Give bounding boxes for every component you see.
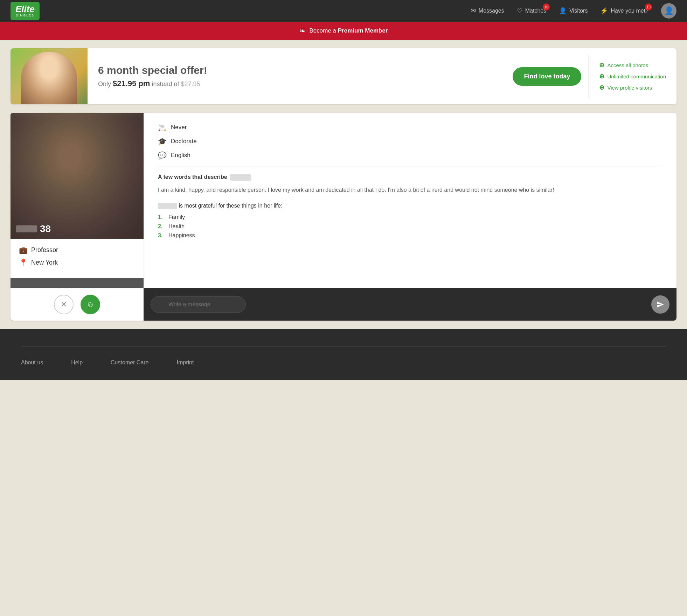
list-num-2: 2.	[158, 223, 165, 230]
offer-cta-button[interactable]: Find love today	[513, 67, 581, 86]
location-icon: 📍	[19, 258, 28, 267]
have-you-met-icon: ⚡	[600, 7, 608, 15]
profile-left: 38 💼 Professor 📍 New York	[11, 113, 144, 288]
send-button[interactable]	[651, 295, 669, 314]
offer-price-value: $21.95 pm	[113, 79, 150, 88]
footer-about-us[interactable]: About us	[21, 359, 43, 366]
navigation: ✉ Messages 10 ♡ Matches 👤 Visitors 19 ⚡ …	[471, 3, 676, 19]
grateful-title: is most grateful for these things in her…	[158, 203, 662, 209]
plus-icon-1: ⊕	[599, 61, 604, 69]
have-you-met-label: Have you met?	[611, 8, 648, 14]
header: Elite SINGLES ✉ Messages 10 ♡ Matches 👤 …	[0, 0, 687, 22]
profile-card-body: 38 💼 Professor 📍 New York �	[11, 113, 676, 288]
action-left: ✕ ☺	[11, 288, 144, 321]
grateful-item-1: 1. Family	[158, 214, 662, 220]
footer: About us Help Customer Care Imprint	[0, 329, 687, 380]
offer-title: 6 month special offer!	[98, 64, 495, 76]
profile-age-overlay: 38	[16, 223, 51, 234]
offer-price: Only $21.95 pm instead of $27.95	[98, 79, 495, 88]
messages-icon: ✉	[471, 7, 476, 15]
plus-icon-2: ⊕	[599, 72, 604, 80]
profile-education: 🎓 Doctorate	[158, 137, 662, 146]
language-icon: 💬	[158, 151, 167, 160]
premium-bold-text: Premium Member	[338, 27, 388, 34]
offer-feature-3: ⊕ View profile visitors	[599, 84, 666, 91]
nav-messages[interactable]: ✉ Messages	[471, 7, 504, 15]
message-wrapper: ☺	[151, 296, 647, 313]
premium-banner[interactable]: ❧ Become a Premium Member	[0, 22, 687, 40]
profile-location: 📍 New York	[19, 258, 135, 267]
offer-person-image	[21, 52, 77, 104]
nav-matches[interactable]: 10 ♡ Matches	[517, 7, 546, 15]
offer-features: ⊕ Access all photos ⊕ Unlimited communic…	[588, 54, 676, 98]
plus-icon-3: ⊕	[599, 84, 604, 91]
profile-photo: 38	[11, 113, 144, 239]
nav-visitors[interactable]: 👤 Visitors	[559, 7, 588, 15]
education-icon: 🎓	[158, 137, 167, 146]
message-input[interactable]	[151, 296, 246, 313]
matches-badge: 10	[543, 4, 550, 10]
matches-icon: ♡	[517, 7, 522, 15]
profile-occupation: 💼 Professor	[19, 246, 135, 254]
list-num-1: 1.	[158, 214, 165, 220]
nav-have-you-met[interactable]: 19 ⚡ Have you met?	[600, 7, 648, 15]
premium-text: Become a Premium Member	[310, 27, 388, 34]
offer-text: 6 month special offer! Only $21.95 pm in…	[88, 57, 506, 95]
visitors-label: Visitors	[569, 8, 588, 14]
have-you-met-badge: 19	[645, 4, 652, 10]
grateful-list: 1. Family 2. Health 3. Happiness	[158, 214, 662, 239]
profile-card: 38 💼 Professor 📍 New York �	[11, 113, 676, 321]
visitors-icon: 👤	[559, 7, 567, 15]
offer-old-price: $27.95	[181, 80, 200, 88]
main-content: 6 month special offer! Only $21.95 pm in…	[0, 40, 687, 329]
send-icon	[657, 301, 664, 308]
profile-info: 💼 Professor 📍 New York	[11, 239, 144, 278]
messages-label: Messages	[479, 8, 504, 14]
offer-banner: 6 month special offer! Only $21.95 pm in…	[11, 48, 676, 104]
photo-blur	[11, 113, 144, 239]
action-bar: ✕ ☺ ☺	[11, 288, 676, 321]
profile-language: 💬 English	[158, 151, 662, 160]
smoking-icon: 🚬	[158, 123, 167, 132]
offer-feature-2: ⊕ Unlimited communication	[599, 72, 666, 80]
dislike-button[interactable]: ✕	[54, 295, 74, 314]
footer-imprint[interactable]: Imprint	[177, 359, 194, 366]
footer-customer-care[interactable]: Customer Care	[111, 359, 148, 366]
profile-bio: I am a kind, happy, and responsible pers…	[158, 186, 662, 195]
grateful-item-2: 2. Health	[158, 223, 662, 230]
footer-help[interactable]: Help	[71, 359, 83, 366]
grateful-item-3: 3. Happiness	[158, 232, 662, 239]
profile-age: 38	[40, 223, 51, 234]
footer-links: About us Help Customer Care Imprint	[21, 359, 666, 366]
list-num-3: 3.	[158, 232, 165, 239]
profile-smoking: 🚬 Never	[158, 123, 662, 132]
offer-feature-1: ⊕ Access all photos	[599, 61, 666, 69]
describe-title: A few words that describe	[158, 174, 662, 181]
premium-flower-icon: ❧	[299, 27, 305, 35]
offer-image	[11, 48, 88, 104]
action-right: ☺	[144, 290, 676, 319]
divider-1	[158, 167, 662, 167]
name-blur-grateful	[158, 203, 177, 209]
like-button[interactable]: ☺	[81, 295, 100, 314]
briefcase-icon: 💼	[19, 246, 28, 254]
logo-sub: SINGLES	[16, 14, 34, 17]
name-blur-small	[16, 225, 37, 232]
profile-right: 🚬 Never 🎓 Doctorate 💬 English A few word…	[144, 113, 676, 288]
name-blur-describe	[230, 174, 251, 181]
logo-text: Elite	[15, 5, 35, 14]
footer-divider	[21, 346, 666, 347]
avatar[interactable]: 👤	[661, 3, 676, 19]
logo[interactable]: Elite SINGLES	[11, 2, 40, 20]
